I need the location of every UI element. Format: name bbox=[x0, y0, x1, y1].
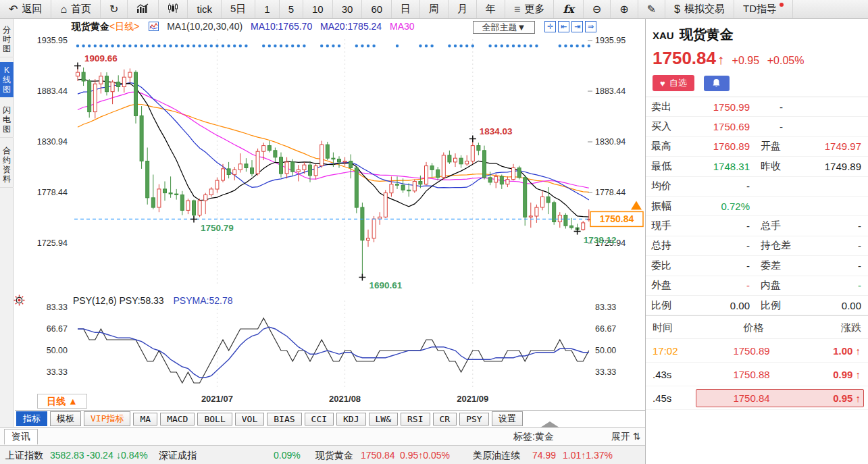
tab-设置[interactable]: 设置 bbox=[492, 411, 523, 426]
ticker-item: 1750.84 bbox=[361, 450, 395, 461]
toolbar-月[interactable]: 月 bbox=[449, 0, 477, 18]
svg-text:33.33: 33.33 bbox=[47, 367, 68, 377]
zoom-in-icon: ⊕ bbox=[619, 4, 628, 15]
tab-模板[interactable]: 模板 bbox=[50, 411, 81, 426]
chart-type-sidebar: 分时图K线图闪电图合约资料 bbox=[0, 19, 14, 427]
tab-VIP指标[interactable]: VIP指标 bbox=[84, 411, 130, 426]
sidebar-item-闪电图[interactable]: 闪电图 bbox=[0, 102, 14, 138]
svg-text:83.33: 83.33 bbox=[47, 303, 68, 312]
ticker-item: 74.99 bbox=[532, 450, 556, 461]
trade-row: .43s1750.880.99 ↑ bbox=[646, 363, 868, 386]
toolbar-candlestick-icon[interactable] bbox=[159, 0, 188, 18]
candlestick-chart[interactable]: 1935.951935.951883.441883.441830.941830.… bbox=[14, 34, 645, 292]
pan-right-icon[interactable]: ⇒ bbox=[585, 21, 596, 32]
up-arrow-icon: ↑ bbox=[717, 52, 724, 67]
toolbar-10[interactable]: 10 bbox=[303, 0, 333, 18]
chart-style-icon[interactable] bbox=[149, 22, 159, 33]
trades-col-价格: 价格 bbox=[703, 321, 805, 334]
tab-PSY[interactable]: PSY bbox=[459, 413, 488, 426]
toolbar-返回[interactable]: ↶返回 bbox=[0, 0, 51, 18]
toolbar-更多[interactable]: ≡更多 bbox=[505, 0, 554, 18]
period-selector[interactable]: 日线 ▲ bbox=[37, 394, 87, 409]
quote-buttons: ♥自选 bbox=[646, 69, 868, 97]
toolbar-5日[interactable]: 5日 bbox=[222, 0, 255, 18]
svg-text:1750.79: 1750.79 bbox=[201, 223, 234, 233]
x-axis-label: 2021/08 bbox=[325, 394, 365, 404]
sidebar-item-K线图[interactable]: K线图 bbox=[0, 62, 14, 97]
toolbar-首页[interactable]: ⌂首页 bbox=[51, 0, 101, 18]
svg-text:1778.44: 1778.44 bbox=[595, 188, 626, 197]
svg-text:1909.66: 1909.66 bbox=[84, 53, 118, 63]
tab-CCI[interactable]: CCI bbox=[305, 413, 334, 426]
trades-header: 时间价格涨跌 bbox=[646, 316, 868, 339]
add-favorite-button[interactable]: ♥自选 bbox=[653, 75, 694, 91]
trade-row: .45s1750.840.95 ↑ bbox=[646, 386, 868, 410]
toolbar-周[interactable]: 周 bbox=[420, 0, 449, 18]
toolbar-日[interactable]: 日 bbox=[392, 0, 420, 18]
tab-BOLL[interactable]: BOLL bbox=[197, 413, 232, 426]
toolbar-30[interactable]: 30 bbox=[333, 0, 363, 18]
psy-indicator-chart[interactable]: 83.3383.3366.6766.6750.0050.0033.3333.33 bbox=[14, 294, 645, 394]
tab-news[interactable]: 资讯 bbox=[4, 429, 38, 444]
trade-row: 17:021750.891.00 ↑ bbox=[646, 339, 868, 363]
ma10-value: MA10:1765.70 bbox=[251, 21, 312, 32]
toolbar-zoom-out-icon[interactable]: ⊖ bbox=[584, 0, 611, 18]
svg-text:1750.84: 1750.84 bbox=[600, 213, 634, 224]
tab-MACD[interactable]: MACD bbox=[160, 413, 195, 426]
tab-KDJ[interactable]: KDJ bbox=[336, 413, 365, 426]
ticker-item: 深证成指 bbox=[159, 450, 197, 462]
toolbar-5[interactable]: 5 bbox=[280, 0, 303, 18]
last-price: 1750.84 bbox=[653, 48, 716, 68]
quote-row-振幅: 振幅0.72% bbox=[646, 197, 868, 216]
align-right-icon[interactable]: ⇥ bbox=[571, 21, 583, 32]
toolbar-tick[interactable]: tick bbox=[188, 0, 222, 18]
ticker-item: 3582.83 bbox=[50, 450, 84, 461]
price-change-pct: +0.05% bbox=[767, 55, 805, 66]
tab-MA[interactable]: MA bbox=[133, 413, 157, 426]
refresh-icon: ↻ bbox=[109, 4, 118, 15]
ticker-item: 现货黄金 bbox=[315, 450, 353, 462]
bar-chart-icon bbox=[136, 3, 149, 16]
alert-button[interactable] bbox=[704, 76, 730, 91]
toolbar-年[interactable]: 年 bbox=[477, 0, 505, 18]
trades-col-涨跌: 涨跌 bbox=[805, 321, 861, 334]
x-axis-label: 2021/07 bbox=[197, 394, 237, 404]
toolbar-60[interactable]: 60 bbox=[362, 0, 392, 18]
tab-BIAS[interactable]: BIAS bbox=[267, 413, 301, 426]
svg-text:50.00: 50.00 bbox=[47, 346, 68, 355]
svg-text:1738.12: 1738.12 bbox=[584, 235, 617, 245]
toolbar-fx[interactable]: fx bbox=[554, 0, 583, 18]
tab-VOL[interactable]: VOL bbox=[235, 413, 264, 426]
theme-dropdown[interactable]: 全部主题▼ bbox=[473, 21, 535, 34]
toolbar-refresh-icon[interactable]: ↻ bbox=[101, 0, 128, 18]
back-icon: ↶ bbox=[9, 4, 18, 15]
tab-CR[interactable]: CR bbox=[433, 413, 457, 426]
quote-row-卖出: 卖出1750.99- bbox=[646, 97, 868, 117]
quote-row-外盘: 外盘-内盘- bbox=[646, 276, 868, 296]
tab-RSI[interactable]: RSI bbox=[401, 413, 430, 426]
quote-row-买入: 买入1750.69- bbox=[646, 117, 868, 136]
expand-button[interactable]: 展开 ⇅ bbox=[611, 431, 641, 443]
sidebar-item-分时图[interactable]: 分时图 bbox=[0, 22, 14, 57]
tab-指标[interactable]: 指标 bbox=[16, 411, 47, 426]
toolbar-TD指导[interactable]: TD指导 bbox=[734, 0, 793, 18]
toolbar-模拟交易[interactable]: $模拟交易 bbox=[665, 0, 734, 18]
bell-icon bbox=[712, 78, 721, 88]
collapse-handle-icon[interactable] bbox=[540, 421, 559, 428]
toolbar-1[interactable]: 1 bbox=[255, 0, 279, 18]
symbol-name: 现货黄金 bbox=[680, 27, 734, 42]
svg-text:1834.03: 1834.03 bbox=[480, 126, 513, 136]
quote-row-总持: 总持-持仓差- bbox=[646, 236, 868, 256]
toolbar-bar-chart-icon[interactable] bbox=[128, 0, 159, 18]
ma-settings-label[interactable]: MA1(10,20,30,40) bbox=[167, 21, 242, 32]
period-label: <日线> bbox=[109, 21, 139, 32]
svg-text:33.33: 33.33 bbox=[595, 367, 616, 377]
crosshair-icon[interactable]: ✛ bbox=[544, 21, 556, 32]
tab-LW&[interactable]: LW& bbox=[369, 413, 398, 426]
svg-text:1935.95: 1935.95 bbox=[37, 36, 68, 45]
ticker-item: 上证指数 bbox=[5, 450, 43, 462]
sidebar-item-合约资料[interactable]: 合约资料 bbox=[0, 143, 14, 188]
toolbar-pencil-icon[interactable]: ✎ bbox=[638, 0, 665, 18]
align-left-icon[interactable]: ⇤ bbox=[558, 21, 569, 32]
toolbar-zoom-in-icon[interactable]: ⊕ bbox=[611, 0, 638, 18]
